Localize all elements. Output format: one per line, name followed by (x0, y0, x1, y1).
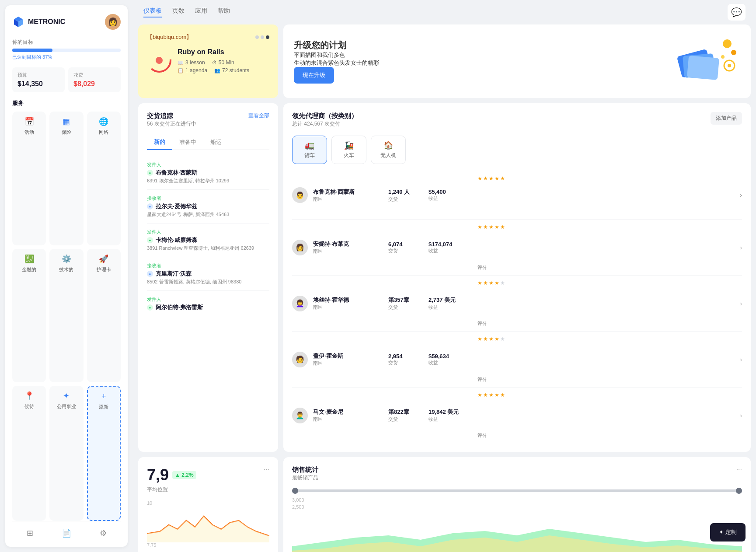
agent-rating-5: ★★★★★ 评分 (477, 392, 505, 439)
course-duration: ⏱ 50 Min (212, 59, 234, 66)
utility-label: 公用事业 (57, 403, 76, 410)
train-icon: 🚂 (344, 140, 354, 150)
agent-arrow-1[interactable]: › (740, 192, 742, 199)
service-waiting[interactable]: 📍 候待 (12, 386, 46, 521)
sales-title-group: 销售统计 最畅销产品 (292, 466, 318, 488)
agent-avatar-2: 👩 (292, 240, 308, 255)
delivery-tabs: 新的 准备中 船运 (147, 135, 269, 150)
settings-icon[interactable]: ⚙ (100, 528, 107, 538)
course-meta-row-2: 📋 1 agenda 👥 72 students (178, 67, 269, 73)
tab-new[interactable]: 新的 (147, 135, 172, 150)
agent-txn-2: 6,074 交货 (388, 241, 423, 254)
network-icon: 🌐 (99, 117, 108, 126)
service-finance[interactable]: 💹 金融的 (12, 249, 46, 383)
network-label: 网络 (99, 129, 108, 136)
tech-label: 技术的 (59, 266, 73, 273)
tech-icon: ⚙️ (62, 254, 71, 264)
course-meta-row-1: 📖 3 lesson ⏱ 50 Min (178, 59, 269, 66)
budget-row: 预算 $14,350 花费 $8,029 (12, 67, 121, 92)
course-students: 👥 72 students (214, 67, 249, 73)
course-url-row: 【biqubiqu.com】 (147, 33, 269, 41)
agent-rev-4: $59,634 收益 (429, 353, 472, 366)
name-4: ● 克里斯汀·沃森 (147, 270, 269, 278)
budget-card: 预算 $14,350 (12, 67, 65, 92)
slider-thumb-left[interactable] (292, 488, 298, 494)
agent-tab-train[interactable]: 🚂 火车 (331, 136, 366, 164)
agent-name-2: 安妮特·布莱克 (313, 240, 383, 248)
budget-value: $14,350 (17, 80, 59, 88)
role-4: 接收者 (147, 262, 269, 269)
agent-row-2: 👩 安妮特·布莱克 南区 6,074 交货 $174,074 收益 (292, 220, 742, 276)
agent-row-5: 👨‍🦱 马文·麦金尼 南区 第822章 交货 19,842 美元 收益 (292, 388, 742, 443)
service-insurance[interactable]: ▦ 保险 (49, 112, 83, 245)
agent-arrow-3[interactable]: › (740, 300, 742, 307)
sales-y-2500: 2,500 (292, 504, 742, 510)
slider-track (292, 489, 742, 492)
nav-links: 仪表板 页数 应用 帮助 (143, 7, 230, 17)
goal-section: 你的目标 已达到目标的 37% (12, 38, 121, 60)
nav-help[interactable]: 帮助 (218, 7, 230, 17)
agent-rating-1: ★★★★★ (477, 175, 505, 215)
agent-arrow-4[interactable]: › (740, 356, 742, 363)
dot-2 (261, 35, 264, 39)
service-care[interactable]: 🚀 护理卡 (87, 249, 121, 383)
agent-avatar-5: 👨‍🦱 (292, 408, 308, 423)
chat-icon[interactable]: 💬 (728, 4, 746, 21)
agent-info-4: 盖伊·霍金斯 南区 (313, 352, 383, 367)
svg-rect-4 (687, 56, 719, 80)
tab-shipping[interactable]: 船运 (203, 135, 229, 150)
finance-label: 金融的 (22, 266, 36, 273)
user-avatar[interactable]: 👩 (105, 14, 121, 30)
delivery-view-all[interactable]: 查看全部 (248, 112, 269, 119)
nav-dashboard[interactable]: 仪表板 (143, 7, 162, 17)
customize-button[interactable]: ✦ 定制 (710, 523, 746, 542)
goal-label: 你的目标 (12, 38, 121, 46)
avg-position-card: 7,9 ▲ 2.2% 平均位置 ··· 10 7.75 (138, 457, 278, 552)
delivery-header: 交货追踪 56 次交付正在进行中 查看全部 (147, 112, 269, 133)
agent-rating-2: ★★★★★ 评分 (477, 224, 505, 271)
agent-rev-5: 19,842 美元 收益 (429, 408, 472, 423)
avg-more-options[interactable]: ··· (264, 466, 269, 474)
agent-row-4: 🧑 盖伊·霍金斯 南区 2,954 交货 $59,634 收益 (292, 332, 742, 388)
budget-label: 预算 (17, 72, 59, 78)
agent-name-1: 布鲁克林·西蒙斯 (313, 188, 383, 196)
upgrade-button[interactable]: 现在升级 (294, 67, 334, 84)
tab-preparing[interactable]: 准备中 (172, 135, 203, 150)
nav-apps[interactable]: 应用 (195, 7, 207, 17)
file-icon[interactable]: 📄 (62, 528, 71, 538)
service-network[interactable]: 🌐 网络 (87, 112, 121, 245)
service-tech[interactable]: ⚙️ 技术的 (49, 249, 83, 383)
agent-rating-3: ★★★★★ 评分 (477, 280, 505, 327)
main-content: 【biqubiqu.com】 Ruby (133, 24, 756, 552)
add-icon: + (101, 392, 106, 401)
sales-more-options[interactable]: ··· (736, 466, 742, 474)
add-product-button[interactable]: 添加产品 (711, 112, 742, 125)
insurance-icon: ▦ (63, 117, 70, 126)
agent-tabs: 🚛 货车 🚂 火车 🏠 无人机 (292, 136, 742, 164)
agent-rev-3: 2,737 美元 收益 (429, 296, 472, 311)
service-add-new[interactable]: + 添新 (87, 386, 121, 521)
services-grid: 📅 活动 ▦ 保险 🌐 网络 💹 金融的 ⚙️ 技术的 🚀 护理卡 📍 候待 ✦ (12, 112, 121, 521)
expense-card: 花费 $8,029 (68, 67, 121, 92)
layers-icon[interactable]: ⊞ (27, 528, 33, 538)
service-utility[interactable]: ✦ 公用事业 (49, 386, 83, 521)
add-label: 添新 (99, 404, 108, 410)
course-main: Ruby on Rails 📖 3 lesson ⏱ 50 Min (147, 48, 269, 73)
middle-row: 交货追踪 56 次交付正在进行中 查看全部 新的 准备中 船运 发件人 ● (138, 103, 751, 452)
nav-pages[interactable]: 页数 (172, 7, 185, 17)
agents-list: 👨 布鲁克林·西蒙斯 南区 1,240 人 交货 $5,400 收益 (292, 171, 742, 443)
sidebar-header: METRONIC 👩 (12, 14, 121, 30)
delivery-item-1: 发件人 ● 布鲁克林·西蒙斯 6391 埃尔全兰塞里斯, 特拉华州 10299 (147, 156, 269, 190)
addr-1: 6391 埃尔全兰塞里斯, 特拉华州 10299 (147, 178, 269, 184)
agent-tab-drone[interactable]: 🏠 无人机 (371, 136, 406, 164)
expense-label: 花费 (73, 72, 115, 78)
utility-icon: ✦ (63, 391, 70, 401)
role-2: 接收者 (147, 195, 269, 202)
agent-arrow-2[interactable]: › (740, 244, 742, 251)
service-activity[interactable]: 📅 活动 (12, 112, 46, 245)
agent-arrow-5[interactable]: › (740, 412, 742, 419)
sales-stats-card: 销售统计 最畅销产品 ··· 3,000 2,500 (283, 457, 751, 552)
agents-card: 领先代理商（按类别） 总计 424,567 次交付 添加产品 🚛 货车 🚂 火车 (283, 103, 751, 452)
slider-thumb-right[interactable] (736, 488, 742, 494)
agent-tab-truck[interactable]: 🚛 货车 (292, 136, 327, 164)
